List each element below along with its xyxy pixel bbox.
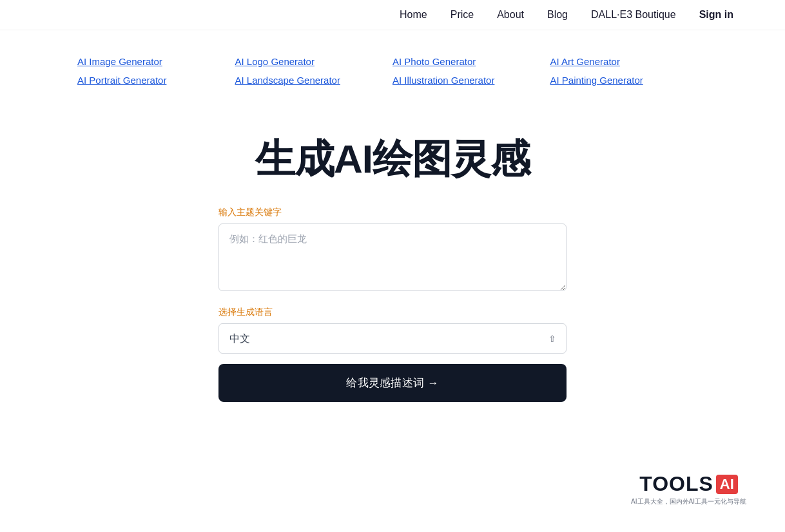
link-ai-painting-gen[interactable]: AI Painting Generator xyxy=(550,75,708,86)
main-nav: Home Price About Blog DALL·E3 Boutique S… xyxy=(0,0,785,30)
nav-price[interactable]: Price xyxy=(451,9,474,21)
link-ai-portrait-gen[interactable]: AI Portrait Generator xyxy=(77,75,235,86)
link-ai-illustration-gen[interactable]: AI Illustration Generator xyxy=(392,75,550,86)
tools-text: TOOLS xyxy=(639,472,713,496)
tools-subtitle: AI工具大全，国内外AI工具一元化与导航 xyxy=(631,497,746,506)
hero-section: 生成AI绘图灵感 xyxy=(0,99,785,200)
link-ai-landscape-gen[interactable]: AI Landscape Generator xyxy=(235,75,393,86)
language-label: 选择生成语言 xyxy=(218,307,567,318)
hero-title: 生成AI绘图灵感 xyxy=(13,137,772,181)
submit-button[interactable]: 给我灵感描述词 → xyxy=(218,364,567,402)
tools-logo: TOOLS AI xyxy=(639,472,738,496)
link-ai-photo-gen[interactable]: AI Photo Generator xyxy=(392,56,550,67)
nav-dalle3[interactable]: DALL·E3 Boutique xyxy=(591,9,676,21)
nav-home[interactable]: Home xyxy=(400,9,427,21)
keyword-label: 输入主题关键字 xyxy=(218,207,567,218)
nav-about[interactable]: About xyxy=(497,9,524,21)
tools-ai-badge: TOOLS AI AI工具大全，国内外AI工具一元化与导航 xyxy=(631,472,746,506)
nav-blog[interactable]: Blog xyxy=(547,9,568,21)
tool-links-grid: AI Image Generator AI Logo Generator AI … xyxy=(0,30,785,99)
main-form: 输入主题关键字 选择生成语言 中文 English 日本語 한국어 ⇧ 给我灵感… xyxy=(206,200,579,428)
link-ai-image-gen[interactable]: AI Image Generator xyxy=(77,56,235,67)
link-ai-logo-gen[interactable]: AI Logo Generator xyxy=(235,56,393,67)
ai-box: AI xyxy=(716,475,738,494)
link-ai-art-gen[interactable]: AI Art Generator xyxy=(550,56,708,67)
keyword-textarea[interactable] xyxy=(218,223,567,291)
language-select-wrapper: 中文 English 日本語 한국어 ⇧ xyxy=(218,323,567,354)
nav-signin[interactable]: Sign in xyxy=(699,9,733,21)
language-select[interactable]: 中文 English 日本語 한국어 xyxy=(218,323,567,354)
